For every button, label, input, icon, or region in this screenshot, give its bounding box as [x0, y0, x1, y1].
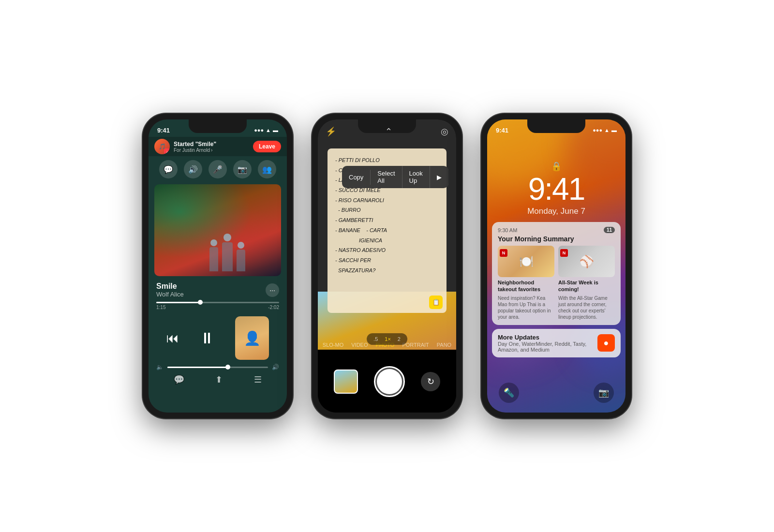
aspect-ratio-icon[interactable]: ⌃ [385, 126, 392, 137]
music-badge-icon: ♪ [164, 148, 170, 154]
notifications-area: 9:30 AM 11 Your Morning Summary N [487, 216, 625, 363]
news-desc-2: With the All-Star Game just around the c… [558, 295, 615, 320]
zoom-controls: .5 1× 2 [367, 333, 407, 345]
figure-head-3 [238, 242, 244, 249]
list-item-8: - BANANE - CARTA [335, 225, 439, 236]
list-item-1: - PETTI DI POLLO [335, 155, 439, 165]
volume-track[interactable] [167, 367, 268, 368]
status-time-3: 9:41 [496, 127, 508, 134]
camera-top-bar: ⚡ ⌃ ◎ [318, 119, 456, 144]
pause-button[interactable]: ⏸ [195, 326, 219, 350]
slo-mo-mode[interactable]: SLO-MO [323, 342, 343, 348]
baseball-emoji: ⚾ [580, 255, 594, 268]
lyrics-button[interactable]: 💬 [174, 374, 184, 385]
shutter-button[interactable] [374, 366, 405, 397]
figure-3 [237, 242, 245, 271]
live-photo-icon[interactable]: ◎ [441, 126, 448, 137]
look-up-menu-item[interactable]: Look Up [402, 166, 430, 188]
message-control-button[interactable]: 💬 [159, 160, 178, 178]
chevron-right-icon: › [211, 148, 212, 153]
lockscreen-bottom: 🔦 📷 [487, 383, 625, 403]
more-menu-item[interactable]: ▶ [430, 170, 448, 185]
news-icon-badge-2: N [560, 248, 569, 257]
reddit-icon: ● [597, 334, 615, 352]
camera-control-button[interactable]: 📷 [233, 160, 252, 178]
speaker-control-button[interactable]: 🔊 [184, 160, 202, 178]
notch-1 [189, 119, 247, 133]
status-icons-1: ●●● ▲ ▬ [254, 127, 278, 133]
volume-row: 🔈 🔊 [149, 363, 287, 371]
flash-icon[interactable]: ⚡ [326, 126, 336, 137]
airplay-button[interactable]: ⬆ [215, 374, 223, 385]
news-thumb-1: N 🍽️ [498, 246, 554, 277]
photo-thumbnail[interactable] [334, 369, 358, 394]
camera-viewfinder: Copy Select All Look Up ▶ - PETTI DI POL… [318, 119, 456, 350]
volume-low-icon: 🔈 [156, 364, 164, 370]
shareplay-left: 🎵 ♪ Started "Smile" For Justin Arnold › [154, 139, 216, 154]
lock-icon: 🔒 [487, 161, 625, 172]
notch-3 [527, 119, 585, 133]
live-text-icon[interactable]: 📋 [429, 296, 443, 309]
notif-title: Your Morning Summary [498, 235, 615, 243]
zoom-point5-button[interactable]: .5 [372, 335, 380, 343]
pano-mode[interactable]: PANO [437, 342, 451, 348]
figure-head-2 [223, 234, 231, 241]
food-emoji: 🍽️ [519, 255, 534, 268]
list-item-12: SPAZZATURA? [335, 266, 439, 276]
updates-text: More Updates Day One, WaterMinder, Reddi… [498, 334, 594, 353]
news-item-1: N 🍽️ Neighborhood takeout favorites Need… [498, 246, 554, 320]
list-item-9: IGIENICA [335, 236, 439, 246]
shareplay-subtitle: For Justin Arnold › [174, 148, 216, 153]
notif-badge: 11 [604, 227, 615, 233]
select-all-menu-item[interactable]: Select All [371, 166, 402, 188]
flip-camera-button[interactable]: ↻ [421, 372, 440, 391]
camera-bottom-bar: ↻ [318, 351, 456, 413]
portrait-mode[interactable]: PORTRAIT [402, 342, 429, 348]
live-text-overlay: Copy Select All Look Up ▶ - PETTI DI POL… [327, 148, 447, 313]
song-info: Smile Wolf Alice ··· [149, 278, 287, 300]
notif-time: 9:30 AM [498, 227, 517, 233]
news-headline-1: Neighborhood takeout favorites [498, 279, 554, 293]
context-menu: Copy Select All Look Up ▶ [342, 166, 448, 188]
leave-button[interactable]: Leave [253, 141, 281, 152]
more-updates-card[interactable]: More Updates Day One, WaterMinder, Reddi… [492, 329, 621, 357]
lock-date: Monday, June 7 [487, 207, 625, 216]
morning-summary-card[interactable]: 9:30 AM 11 Your Morning Summary N [492, 222, 621, 325]
current-time: 1:15 [156, 305, 165, 310]
camera-lock-button[interactable]: 📷 [594, 383, 614, 403]
zoom-1x-button[interactable]: 1× [383, 335, 393, 343]
signal-icon-3: ●●● [593, 127, 602, 133]
updates-desc: Day One, WaterMinder, Reddit, Tasty, Ama… [498, 341, 594, 353]
remaining-time: -2:02 [268, 305, 279, 310]
reddit-logo: ● [604, 338, 609, 348]
lock-time: 9:41 [487, 174, 625, 205]
figure-body-2 [222, 242, 233, 271]
figure-head-1 [210, 239, 217, 246]
copy-menu-item[interactable]: Copy [342, 170, 371, 185]
queue-button[interactable]: ☰ [254, 374, 262, 385]
zoom-2x-button[interactable]: 2 [396, 335, 402, 343]
figure-body-1 [209, 247, 218, 271]
news-icon-badge-1: N [500, 248, 509, 257]
news-headline-2: All-Star Week is coming! [558, 279, 615, 293]
figure-1 [209, 239, 218, 271]
flashlight-button[interactable]: 🔦 [499, 383, 519, 403]
avatar: 🎵 ♪ [154, 139, 170, 154]
band-figures [190, 234, 245, 276]
progress-track[interactable] [156, 302, 279, 303]
notif-header: 9:30 AM 11 [498, 227, 615, 233]
person-control-button[interactable]: 👥 [258, 160, 276, 178]
list-item-6: - BURRO [335, 205, 439, 215]
list-item-5: - RISO CARNAROLI [335, 195, 439, 206]
figure-2 [222, 234, 233, 271]
video-mode[interactable]: VIDEO [351, 342, 368, 348]
more-options-button[interactable]: ··· [266, 283, 279, 297]
phone-1-shareplay: 9:41 ●●● ▲ ▬ 🎵 ♪ Started "Smile" [143, 114, 293, 418]
mic-control-button[interactable]: 🎤 [208, 160, 227, 178]
wifi-icon-3: ▲ [604, 127, 610, 133]
volume-thumb [225, 365, 230, 369]
list-item-10: - NASTRO ADESIVO [335, 245, 439, 255]
rewind-button[interactable]: ⏮ [166, 331, 179, 346]
lockscreen-time-section: 🔒 9:41 Monday, June 7 [487, 137, 625, 216]
shareplay-banner: 🎵 ♪ Started "Smile" For Justin Arnold › … [149, 137, 287, 156]
